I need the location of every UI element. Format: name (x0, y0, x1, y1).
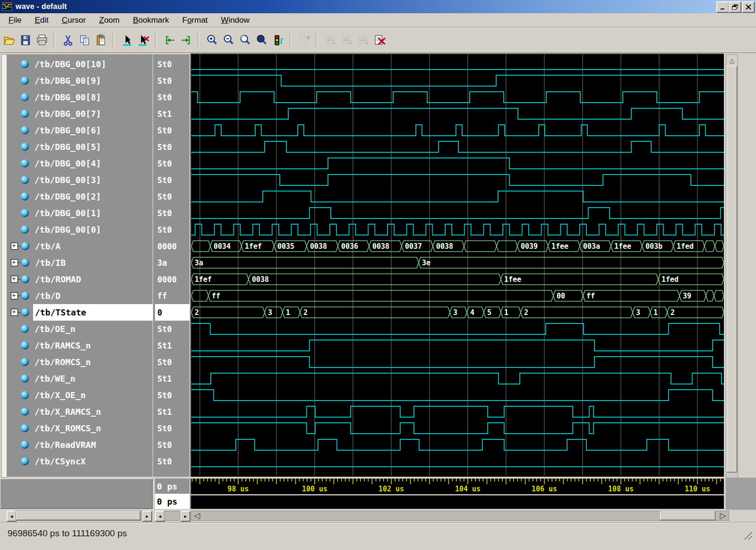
signal-value-cell[interactable]: St1 (155, 370, 189, 387)
signal-row[interactable]: /tb/CSyncX (7, 453, 153, 470)
signal-value-cell[interactable]: ff (155, 288, 189, 304)
values-scrollbar-trough[interactable] (164, 511, 180, 521)
zoom-in-button[interactable] (205, 33, 220, 48)
delete-cursor-button[interactable] (136, 33, 151, 48)
signal-row[interactable]: /tb/DBG_00[10] (7, 56, 153, 72)
signal-value-cell[interactable]: St0 (155, 89, 189, 105)
expand-button[interactable] (11, 259, 18, 266)
zoom-range-button[interactable] (238, 33, 253, 48)
signal-name-cell[interactable]: /tb/DBG_00[2] (33, 188, 153, 205)
signal-row[interactable]: /tb/D (7, 288, 153, 304)
save-button[interactable] (18, 33, 33, 48)
signal-row[interactable]: /tb/DBG_00[2] (7, 188, 153, 205)
open-button[interactable] (1, 33, 17, 48)
signal-row[interactable]: /tb/DBG_00[7] (7, 105, 153, 122)
signal-name-cell[interactable]: /tb/X_ROMCS_n (33, 420, 153, 437)
signal-row[interactable]: /tb/X_OE_n (7, 387, 153, 403)
signal-name-cell[interactable]: /tb/CSyncX (33, 453, 153, 470)
signal-value-cell[interactable]: St0 (155, 437, 189, 453)
signal-name-cell[interactable]: /tb/DBG_00[9] (33, 72, 153, 89)
signal-name-cell[interactable]: /tb/D (33, 288, 153, 304)
signal-row[interactable]: /tb/A (7, 238, 153, 254)
signal-name-cell[interactable]: /tb/ROMAD (33, 271, 153, 288)
signal-name-cell[interactable]: /tb/RAMCS_n (33, 337, 153, 354)
signal-value-cell[interactable]: St0 (155, 172, 189, 188)
signal-value-cell[interactable]: St0 (155, 188, 189, 205)
expand-button[interactable] (11, 276, 18, 283)
selected-cursor-time-cell[interactable]: 0 ps (155, 494, 189, 509)
signal-value-cell[interactable]: St0 (155, 453, 189, 470)
signal-value-cell[interactable]: 0000 (155, 271, 189, 288)
signal-value-cell[interactable]: St1 (155, 337, 189, 354)
signal-value-cell[interactable]: St0 (155, 354, 189, 370)
signal-name-cell[interactable]: /tb/IB (33, 254, 153, 271)
signal-value-cell[interactable]: 0000 (155, 238, 189, 254)
wave-scrollbar-trough[interactable] (191, 511, 729, 521)
signal-value-panel[interactable]: St0St0St0St1St0St0St0St0St0St0St000003a0… (155, 54, 189, 477)
signal-value-cell[interactable]: St0 (155, 56, 189, 72)
expand-button[interactable] (11, 309, 18, 316)
vertical-scrollbar-thumb[interactable] (727, 66, 737, 472)
signal-row[interactable]: /tb/DBG_00[6] (7, 122, 153, 139)
signal-name-cell[interactable]: /tb/X_RAMCS_n (33, 403, 153, 420)
menu-bookmark[interactable]: Bookmark (128, 14, 174, 26)
signal-name-cell[interactable]: /tb/X_OE_n (33, 387, 153, 403)
wave-scroll-right-icon[interactable]: ▷ (718, 511, 728, 521)
signal-name-cell[interactable]: /tb/DBG_00[10] (33, 56, 153, 72)
cursor-time-cell[interactable]: 0 ps (155, 479, 189, 494)
signal-row[interactable]: /tb/ReadVRAM (7, 437, 153, 453)
signal-name-cell[interactable]: /tb/DBG_00[0] (33, 221, 153, 238)
cursor-track[interactable] (190, 495, 724, 509)
signal-name-cell[interactable]: /tb/WE_n (33, 370, 153, 387)
signal-row[interactable]: /tb/DBG_00[0] (7, 221, 153, 238)
vertical-scrollbar[interactable]: △ ▽ (726, 54, 738, 488)
menu-window[interactable]: Window (216, 14, 254, 26)
signal-value-cell[interactable]: St0 (155, 321, 189, 337)
signal-value-cell[interactable]: St1 (155, 403, 189, 420)
wave-scrollbar-thumb[interactable] (660, 511, 715, 520)
waveform-canvas[interactable]: 00341fef00350038003600380037003800391fee… (190, 53, 724, 477)
signal-row[interactable]: /tb/DBG_00[8] (7, 89, 153, 105)
signal-value-cell[interactable]: St0 (155, 139, 189, 155)
zoom-full-button[interactable] (254, 33, 269, 48)
signal-row[interactable]: /tb/X_RAMCS_n (7, 403, 153, 420)
signal-name-cell[interactable]: /tb/TState (33, 304, 153, 321)
find-previous-transition-button[interactable] (162, 33, 177, 48)
zoom-out-button[interactable] (221, 33, 236, 48)
print-button[interactable] (34, 33, 50, 48)
copy-button[interactable] (77, 33, 92, 48)
resize-grip-icon[interactable] (739, 526, 753, 541)
add-cursor-button[interactable] (120, 33, 135, 48)
signal-row[interactable]: /tb/X_ROMCS_n (7, 420, 153, 437)
cut-button[interactable] (60, 33, 76, 48)
signal-value-cell[interactable]: St0 (155, 420, 189, 437)
wave-scroll-left-icon[interactable]: ◁ (192, 511, 202, 521)
restore-button[interactable] (729, 1, 741, 13)
signal-value-cell[interactable]: St0 (155, 221, 189, 238)
signal-name-panel[interactable]: /tb/DBG_00[10]/tb/DBG_00[9]/tb/DBG_00[8]… (7, 54, 153, 477)
signal-row[interactable]: /tb/WE_n (7, 370, 153, 387)
stop-simulation-button[interactable] (271, 33, 286, 48)
menu-file[interactable]: File (4, 14, 26, 26)
signal-name-cell[interactable]: /tb/OE_n (33, 321, 153, 337)
signal-row[interactable]: /tb/ROMAD (7, 271, 153, 288)
break-button[interactable] (372, 33, 387, 48)
signal-value-cell[interactable]: St0 (155, 155, 189, 172)
signal-name-cell[interactable]: /tb/DBG_00[3] (33, 172, 153, 188)
values-scroll-left-button[interactable]: ◄ (155, 511, 165, 522)
signal-name-cell[interactable]: /tb/DBG_00[1] (33, 205, 153, 221)
signal-row[interactable]: /tb/DBG_00[4] (7, 155, 153, 172)
signal-row[interactable]: /tb/RAMCS_n (7, 337, 153, 354)
title-bar[interactable]: wave - default (0, 0, 756, 13)
signal-row[interactable]: /tb/DBG_00[1] (7, 205, 153, 221)
expand-button[interactable] (11, 292, 18, 299)
signal-name-cell[interactable]: /tb/DBG_00[4] (33, 155, 153, 172)
signal-value-cell[interactable]: St0 (155, 205, 189, 221)
signal-value-cell[interactable]: 3a (155, 254, 189, 271)
signal-name-cell[interactable]: /tb/A (33, 238, 153, 254)
signal-value-cell[interactable]: 0 (155, 304, 189, 321)
signal-name-cell[interactable]: /tb/ROMCS_n (33, 354, 153, 370)
signal-row[interactable]: /tb/DBG_00[9] (7, 72, 153, 89)
names-scroll-right-button[interactable]: ► (142, 511, 152, 522)
menu-cursor[interactable]: Cursor (57, 14, 91, 26)
